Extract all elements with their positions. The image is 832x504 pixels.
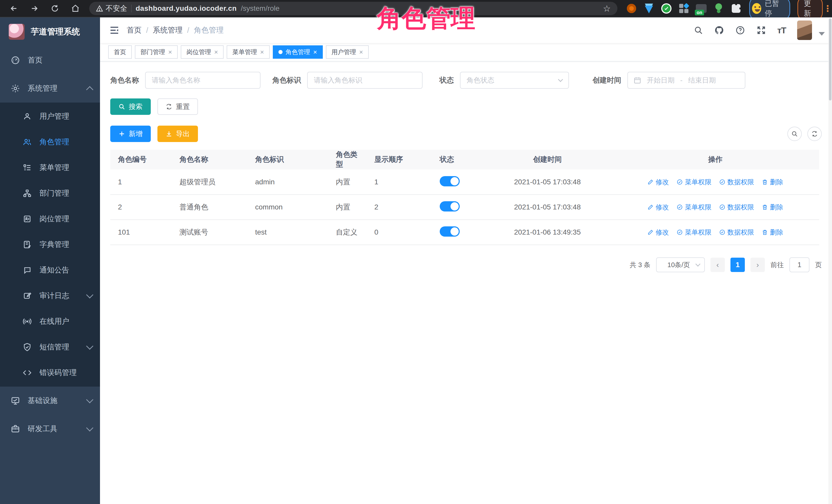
sidebar-item-sms-mgmt[interactable]: 短信管理	[0, 334, 100, 360]
sidebar-item-home[interactable]: 首页	[0, 46, 100, 74]
tab-label: 岗位管理	[186, 48, 211, 56]
delete-link[interactable]: 删除	[762, 228, 783, 237]
cell-role-key: common	[248, 194, 328, 220]
breadcrumb-system[interactable]: 系统管理	[153, 25, 183, 35]
sidebar-item-audit-log[interactable]: 审计日志	[0, 283, 100, 309]
data-permission-link[interactable]: 数据权限	[719, 178, 754, 187]
extension-green-check-icon[interactable]	[661, 3, 672, 14]
sidebar-item-notice-mgmt[interactable]: 通知公告	[0, 257, 100, 283]
tab-post[interactable]: 岗位管理 ×	[181, 45, 224, 59]
tab-role-active[interactable]: 角色管理 ×	[273, 45, 323, 59]
menu-permission-link[interactable]: 菜单权限	[677, 178, 711, 187]
toggle-search-button[interactable]	[787, 127, 802, 141]
sidebar-collapse-icon[interactable]	[109, 25, 120, 36]
sidebar-item-infra[interactable]: 基础设施	[0, 387, 100, 415]
sidebar-item-errcode-mgmt[interactable]: 错误码管理	[0, 360, 100, 386]
close-icon[interactable]: ×	[359, 48, 363, 56]
sidebar-item-role-mgmt[interactable]: 角色管理	[0, 129, 100, 155]
extension-grid-icon[interactable]	[678, 3, 689, 14]
col-role-name: 角色名称	[172, 150, 248, 169]
close-icon[interactable]: ×	[260, 48, 264, 56]
font-size-icon[interactable]: тТ	[777, 25, 786, 35]
page-size-select[interactable]: 10条/页	[656, 257, 705, 272]
status-select[interactable]: 角色状态	[460, 72, 569, 89]
menu-permission-link[interactable]: 菜单权限	[677, 228, 711, 237]
sidebar-logo[interactable]: 芋道管理系统	[0, 18, 100, 46]
id-badge-icon	[23, 215, 32, 223]
help-icon[interactable]	[735, 25, 745, 35]
breadcrumb-home[interactable]: 首页	[127, 25, 141, 35]
window-scrollbar[interactable]	[828, 18, 832, 504]
sidebar-item-devtools[interactable]: 研发工具	[0, 415, 100, 443]
breadcrumb: 首页 / 系统管理 / 角色管理	[127, 25, 224, 35]
extensions-puzzle-icon[interactable]	[731, 3, 742, 14]
tab-label: 用户管理	[332, 48, 356, 56]
goto-page-input[interactable]	[789, 257, 809, 272]
user-avatar[interactable]	[797, 21, 812, 40]
prev-page-button[interactable]: ‹	[710, 258, 725, 272]
sidebar-item-post-mgmt[interactable]: 岗位管理	[0, 206, 100, 232]
tab-menu[interactable]: 菜单管理 ×	[227, 45, 269, 59]
tab-home[interactable]: 首页	[108, 45, 132, 59]
chevron-down-icon	[86, 396, 93, 403]
role-key-input[interactable]	[307, 72, 422, 89]
extension-green-figure-icon[interactable]	[713, 3, 724, 14]
export-button[interactable]: 导出	[157, 126, 198, 142]
tags-view-bar: 首页 部门管理 × 岗位管理 × 菜单管理 × 角色管理 × 用户管理 ×	[100, 43, 832, 61]
page-number-active[interactable]: 1	[730, 258, 745, 272]
circle-check-icon	[677, 204, 683, 210]
extension-gem-icon[interactable]	[644, 3, 654, 14]
not-secure-badge[interactable]: 不安全	[96, 4, 127, 13]
edit-link[interactable]: 修改	[647, 178, 669, 187]
menu-permission-link[interactable]: 菜单权限	[677, 203, 711, 212]
tab-dept[interactable]: 部门管理 ×	[135, 45, 178, 59]
close-icon[interactable]: ×	[168, 48, 172, 56]
sidebar-item-online-users[interactable]: 在线用户	[0, 309, 100, 334]
edit-log-icon	[23, 291, 32, 300]
next-page-button[interactable]: ›	[751, 258, 765, 272]
status-toggle-on[interactable]	[440, 227, 460, 237]
edit-link[interactable]: 修改	[647, 203, 669, 212]
data-permission-link[interactable]: 数据权限	[719, 203, 754, 212]
dictionary-icon	[23, 240, 32, 249]
sidebar-item-dict-mgmt[interactable]: 字典管理	[0, 232, 100, 257]
chrome-menu-kebab-icon[interactable]: ⋮	[823, 3, 832, 14]
sidebar-item-user-mgmt[interactable]: 用户管理	[0, 104, 100, 129]
sidebar-item-system[interactable]: 系统管理	[0, 74, 100, 103]
delete-link[interactable]: 删除	[762, 178, 783, 187]
status-toggle-on[interactable]	[440, 176, 460, 186]
circle-check-icon	[677, 179, 683, 185]
scrollbar-thumb[interactable]	[829, 19, 831, 101]
extension-orange-icon[interactable]	[626, 3, 637, 14]
tab-user[interactable]: 用户管理 ×	[326, 45, 369, 59]
bookmark-star-icon[interactable]: ☆	[603, 3, 611, 14]
data-permission-link[interactable]: 数据权限	[719, 228, 754, 237]
reset-button[interactable]: 重置	[157, 99, 198, 115]
close-icon[interactable]: ×	[313, 48, 317, 56]
fullscreen-icon[interactable]	[756, 25, 766, 35]
cell-sort: 0	[367, 220, 432, 245]
status-select-placeholder: 角色状态	[467, 76, 559, 85]
sidebar-item-label: 字典管理	[40, 239, 92, 250]
date-range-picker[interactable]: 开始日期 - 结束日期	[627, 72, 745, 89]
header-search-icon[interactable]	[694, 26, 703, 35]
search-button[interactable]: 搜索	[110, 99, 151, 115]
refresh-table-button[interactable]	[807, 127, 822, 141]
github-icon[interactable]	[714, 25, 724, 35]
back-icon[interactable]	[7, 2, 21, 15]
avatar-caret-icon[interactable]	[819, 32, 825, 36]
home-icon[interactable]	[69, 2, 82, 15]
add-button[interactable]: 新增	[110, 126, 151, 142]
delete-link[interactable]: 删除	[762, 203, 783, 212]
edit-link[interactable]: 修改	[647, 228, 669, 237]
close-icon[interactable]: ×	[214, 48, 218, 56]
sidebar-item-dept-mgmt[interactable]: 部门管理	[0, 181, 100, 206]
sidebar-item-menu-mgmt[interactable]: 菜单管理	[0, 155, 100, 181]
forward-icon[interactable]	[28, 2, 41, 15]
extension-on-badge-icon[interactable]: on	[696, 3, 707, 14]
role-name-input[interactable]	[145, 72, 260, 89]
address-bar[interactable]: 不安全 dashboard.yudao.iocoder.cn/system/ro…	[89, 2, 617, 15]
status-toggle-on[interactable]	[440, 201, 460, 212]
table-tools	[787, 127, 822, 141]
reload-icon[interactable]	[48, 2, 61, 15]
